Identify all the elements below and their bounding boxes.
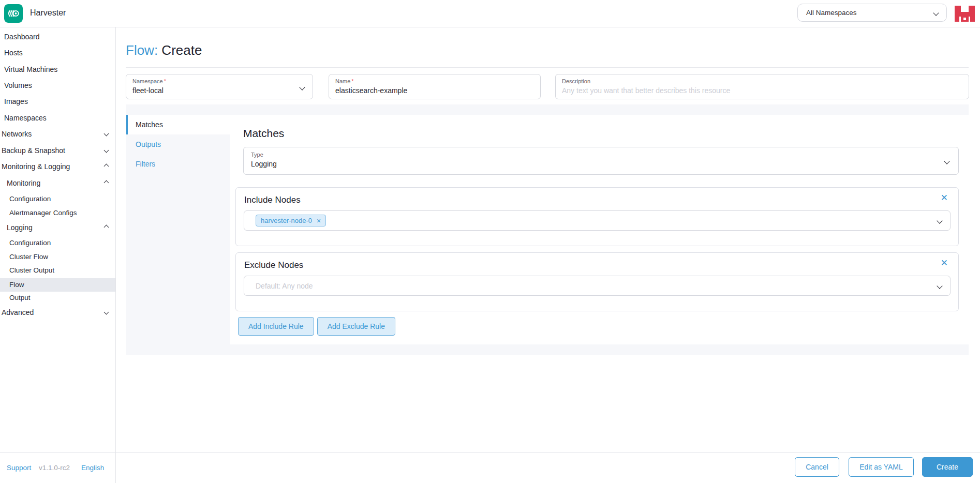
include-nodes-card: Include Nodes ✕ harvester-node-0 × [235,187,959,246]
sidebar-item-virtual-machines[interactable]: Virtual Machines [0,63,115,76]
description-label: Description [562,78,962,84]
matches-tab-panel: Matches Type Logging Include Nodes ✕ har… [230,115,969,344]
app-title: Harvester [30,8,66,18]
language-link[interactable]: English [81,464,104,472]
version-text: v1.1.0-rc2 [39,464,70,472]
edit-as-yaml-button[interactable]: Edit as YAML [849,457,914,477]
chevron-down-icon[interactable] [104,310,109,315]
include-nodes-title: Include Nodes [244,195,950,205]
chevron-up-icon[interactable] [104,225,109,230]
rancher-logo-icon[interactable] [955,4,975,24]
add-exclude-rule-button[interactable]: Add Exclude Rule [317,317,395,336]
description-input[interactable]: Description Any text you want that bette… [555,74,969,99]
harvester-logo-icon[interactable] [4,4,23,23]
exclude-nodes-placeholder: Default: Any node [256,282,313,290]
exclude-nodes-title: Exclude Nodes [244,260,950,270]
sidebar-item-networks[interactable]: Networks [0,127,115,141]
sidebar-item-monitoring-logging[interactable]: Monitoring & Logging [0,160,115,173]
title-divider [126,67,969,68]
sidebar-item-volumes[interactable]: Volumes [0,79,115,92]
tag-remove-icon[interactable]: × [317,217,321,224]
required-asterisk: * [164,78,166,84]
chevron-up-icon[interactable] [104,164,109,169]
sidebar-item-monitoring[interactable]: Monitoring [0,176,115,190]
sidebar-item-alertmanager-configs[interactable]: Alertmanager Configs [0,206,115,220]
page-title-action: Create [158,42,202,58]
cancel-button[interactable]: Cancel [795,457,839,477]
sidebar-nav: Dashboard Hosts Virtual Machines Volumes… [0,27,116,483]
sidebar-item-namespaces[interactable]: Namespaces [0,111,115,125]
include-nodes-select[interactable]: harvester-node-0 × [244,210,951,231]
support-link[interactable]: Support [7,464,31,472]
namespace-filter-value: All Namespaces [806,9,857,17]
close-icon[interactable]: ✕ [941,192,948,204]
sidebar-item-cluster-flow[interactable]: Cluster Flow [0,250,115,264]
sidebar-item-logging[interactable]: Logging [0,221,115,234]
sidebar-item-monitoring-configuration[interactable]: Configuration [0,192,115,206]
exclude-nodes-card: Exclude Nodes ✕ Default: Any node [235,252,959,311]
tab-list: Matches Outputs Filters [126,115,230,174]
chevron-up-icon[interactable] [104,180,109,186]
name-value: elasticsearch-example [335,86,534,95]
chevron-down-icon [933,10,939,16]
tab-container: Matches Outputs Filters Matches Type Log… [126,104,969,355]
harvester-app: Harvester All Namespaces Dashboard Hosts… [0,0,980,483]
harvester-wheel-glyph [7,7,20,20]
page-title-resource: Flow: [126,42,158,58]
add-include-rule-button[interactable]: Add Include Rule [238,317,314,336]
name-label: Name* [335,78,534,84]
namespace-value: fleet-local [132,86,306,95]
sidebar-item-logging-configuration[interactable]: Configuration [0,236,115,250]
type-select[interactable]: Type Logging [243,147,959,175]
required-asterisk: * [351,78,353,84]
node-tag: harvester-node-0 × [256,215,326,227]
exclude-nodes-select[interactable]: Default: Any node [244,276,951,296]
page-title: Flow: Create [126,42,202,58]
sidebar-item-backup-snapshot[interactable]: Backup & Snapshot [0,144,115,157]
sidebar-item-output[interactable]: Output [0,291,115,305]
tab-outputs[interactable]: Outputs [126,134,230,154]
type-label: Type [251,152,951,158]
chevron-down-icon [937,283,942,289]
node-tag-label: harvester-node-0 [261,217,312,224]
sidebar-item-images[interactable]: Images [0,95,115,108]
description-placeholder: Any text you want that better describes … [562,86,962,95]
sidebar-item-dashboard[interactable]: Dashboard [0,30,115,43]
sidebar-item-flow[interactable]: Flow [0,278,115,292]
type-value: Logging [251,160,951,168]
matches-heading: Matches [243,127,284,140]
chevron-down-icon[interactable] [104,148,109,153]
namespace-label: Namespace* [132,78,306,84]
namespace-select[interactable]: Namespace* fleet-local [126,74,313,99]
namespace-filter-dropdown[interactable]: All Namespaces [797,4,947,22]
chevron-down-icon [937,218,942,223]
chevron-down-icon[interactable] [104,131,109,137]
sidebar-item-hosts[interactable]: Hosts [0,46,115,59]
sidebar-item-cluster-output[interactable]: Cluster Output [0,264,115,277]
top-header: Harvester All Namespaces [0,0,980,27]
close-icon[interactable]: ✕ [941,257,948,269]
sidebar-item-advanced[interactable]: Advanced [0,306,115,319]
rule-buttons-row: Add Include Rule Add Exclude Rule [238,317,395,336]
tab-filters[interactable]: Filters [126,154,230,174]
create-button[interactable]: Create [922,457,973,477]
footer-divider [0,452,980,453]
name-input[interactable]: Name* elasticsearch-example [329,74,541,99]
tab-matches[interactable]: Matches [126,115,230,134]
